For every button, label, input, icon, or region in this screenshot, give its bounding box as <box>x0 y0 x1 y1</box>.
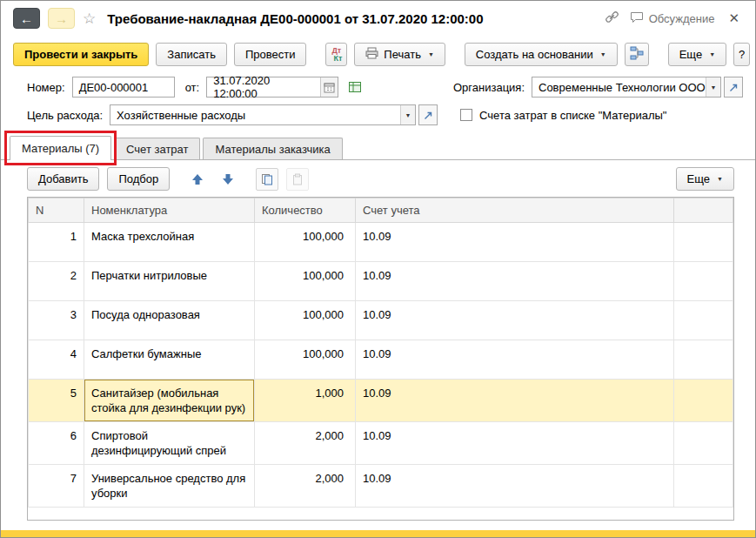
copy-button[interactable] <box>256 168 278 191</box>
date-label: от: <box>185 81 200 94</box>
cell-row-number[interactable]: 4 <box>29 340 84 380</box>
column-header-account[interactable]: Счет учета <box>356 198 674 223</box>
printer-icon <box>365 47 378 62</box>
table-row[interactable]: 6 Спиртовой дезинфицирующий спрей 2,000 … <box>29 422 733 465</box>
cell-nomenclature[interactable]: Спиртовой дезинфицирующий спрей <box>84 422 255 465</box>
close-icon[interactable]: ✕ <box>725 9 743 28</box>
cost-accounts-checkbox[interactable] <box>460 109 472 121</box>
table-toolbar: Добавить Подбор Еще ▼ <box>1 160 755 197</box>
page-title: Требование-накладная ДЕ00-000001 от 31.0… <box>107 11 483 26</box>
back-button[interactable]: ← <box>13 8 40 29</box>
date-field[interactable]: 31.07.2020 12:00:00 <box>206 77 338 98</box>
pick-button[interactable]: Подбор <box>107 167 170 191</box>
chevron-down-icon[interactable]: ▼ <box>400 105 415 124</box>
cell-nomenclature[interactable]: Перчатки нитриловые <box>84 262 255 301</box>
cell-row-number[interactable]: 2 <box>29 262 84 301</box>
purpose-label: Цель расхода: <box>27 109 103 122</box>
cell-account[interactable]: 10.09 <box>356 301 674 340</box>
add-row-button[interactable]: Добавить <box>27 167 99 191</box>
forward-button[interactable]: → <box>48 8 75 29</box>
cell-nomenclature[interactable]: Салфетки бумажные <box>84 340 255 380</box>
move-down-button[interactable] <box>217 168 239 191</box>
cell-quantity[interactable]: 2,000 <box>255 422 356 465</box>
cell-quantity[interactable]: 100,000 <box>255 262 356 301</box>
related-documents-button[interactable] <box>344 76 366 98</box>
save-button[interactable]: Записать <box>156 43 227 66</box>
table-row[interactable]: 1 Маска трехслойная 100,000 10.09 <box>29 223 733 262</box>
cell-quantity[interactable]: 1,000 <box>255 380 356 422</box>
cell-row-number[interactable]: 6 <box>29 422 84 465</box>
tab-cost-account[interactable]: Счет затрат <box>114 138 200 159</box>
move-up-button[interactable] <box>186 168 209 191</box>
column-header-n[interactable]: N <box>29 198 84 223</box>
print-button[interactable]: Печать ▼ <box>354 43 445 66</box>
table-row[interactable]: 4 Салфетки бумажные 100,000 10.09 <box>29 340 733 380</box>
tab-materials-label: Материалы (7) <box>22 142 99 155</box>
create-based-on-button[interactable]: Создать на основании ▼ <box>465 43 618 66</box>
paste-icon <box>291 173 304 185</box>
cell-extra[interactable] <box>674 262 733 301</box>
cell-account[interactable]: 10.09 <box>356 340 674 380</box>
show-postings-button[interactable]: ДтКт <box>325 43 347 66</box>
cell-extra[interactable] <box>674 422 733 465</box>
cell-account[interactable]: 10.09 <box>356 380 674 422</box>
cell-nomenclature[interactable]: Посуда одноразовая <box>84 301 255 340</box>
cell-nomenclature[interactable]: Универсальное средство для уборки <box>84 465 255 508</box>
subordination-structure-button[interactable] <box>625 43 649 66</box>
cell-quantity[interactable]: 100,000 <box>255 301 356 340</box>
column-header-quantity[interactable]: Количество <box>255 198 356 223</box>
help-button[interactable]: ? <box>733 43 750 66</box>
taskbar-strip <box>1 530 755 537</box>
cell-account[interactable]: 10.09 <box>356 465 674 508</box>
discussion-button[interactable]: Обсуждение <box>630 11 715 26</box>
cell-extra[interactable] <box>674 223 733 262</box>
cell-row-number[interactable]: 3 <box>29 301 84 340</box>
number-field[interactable]: ДЕ00-000001 <box>72 77 175 98</box>
cell-row-number[interactable]: 1 <box>29 223 84 262</box>
purpose-open-button[interactable] <box>418 104 438 125</box>
organization-field[interactable]: Современные Технологии ООО ▼ <box>532 77 721 98</box>
cell-extra[interactable] <box>674 380 733 422</box>
cell-nomenclature-selected[interactable]: Санитайзер (мобильная стойка для дезинфе… <box>84 380 255 422</box>
purpose-field[interactable]: Хозяйственные расходы ▼ <box>110 104 416 125</box>
chevron-down-icon: ▼ <box>600 51 606 57</box>
table-row[interactable]: 2 Перчатки нитриловые 100,000 10.09 <box>29 262 733 301</box>
tab-customer-materials[interactable]: Материалы заказчика <box>203 138 342 159</box>
favorite-star-icon[interactable]: ☆ <box>83 10 96 28</box>
related-documents-icon <box>348 80 362 94</box>
document-window: ← → ☆ Требование-накладная ДЕ00-000001 о… <box>0 0 756 538</box>
calendar-button[interactable] <box>320 77 338 97</box>
table-more-button[interactable]: Еще ▼ <box>676 167 734 191</box>
cell-nomenclature[interactable]: Маска трехслойная <box>84 223 255 262</box>
cell-quantity[interactable]: 2,000 <box>255 465 356 508</box>
cell-extra[interactable] <box>674 465 733 508</box>
cost-accounts-checkbox-label: Счета затрат в списке "Материалы" <box>479 109 666 122</box>
column-header-nomenclature[interactable]: Номенклатура <box>84 198 255 223</box>
table-row[interactable]: 7 Универсальное средство для уборки 2,00… <box>29 465 733 508</box>
cell-account[interactable]: 10.09 <box>356 223 674 262</box>
cell-row-number[interactable]: 7 <box>29 465 84 508</box>
cell-account[interactable]: 10.09 <box>356 422 674 465</box>
cell-quantity[interactable]: 100,000 <box>255 340 356 380</box>
back-icon: ← <box>20 11 33 26</box>
organization-open-button[interactable] <box>724 77 743 98</box>
cell-extra[interactable] <box>674 340 733 380</box>
table-row[interactable]: 3 Посуда одноразовая 100,000 10.09 <box>29 301 733 340</box>
post-button[interactable]: Провести <box>234 43 307 66</box>
paste-button[interactable] <box>286 168 309 191</box>
arrow-up-icon <box>191 173 204 185</box>
table-row-selected[interactable]: 5 Санитайзер (мобильная стойка для дезин… <box>29 380 733 422</box>
cell-quantity[interactable]: 100,000 <box>255 223 356 262</box>
tab-materials[interactable]: Материалы (7) <box>10 136 111 160</box>
chevron-down-icon[interactable]: ▼ <box>706 77 720 97</box>
link-icon[interactable] <box>605 10 619 28</box>
post-and-close-button[interactable]: Провести и закрыть <box>13 43 149 66</box>
chevron-down-icon: ▼ <box>717 176 723 182</box>
table-header-row: N Номенклатура Количество Счет учета <box>29 198 733 223</box>
more-button[interactable]: Еще ▼ <box>668 43 726 66</box>
calendar-icon <box>324 82 335 93</box>
cell-extra[interactable] <box>674 301 733 340</box>
cell-account[interactable]: 10.09 <box>356 262 674 301</box>
cost-accounts-checkbox-group[interactable]: Счета затрат в списке "Материалы" <box>460 109 666 122</box>
cell-row-number[interactable]: 5 <box>29 380 84 422</box>
